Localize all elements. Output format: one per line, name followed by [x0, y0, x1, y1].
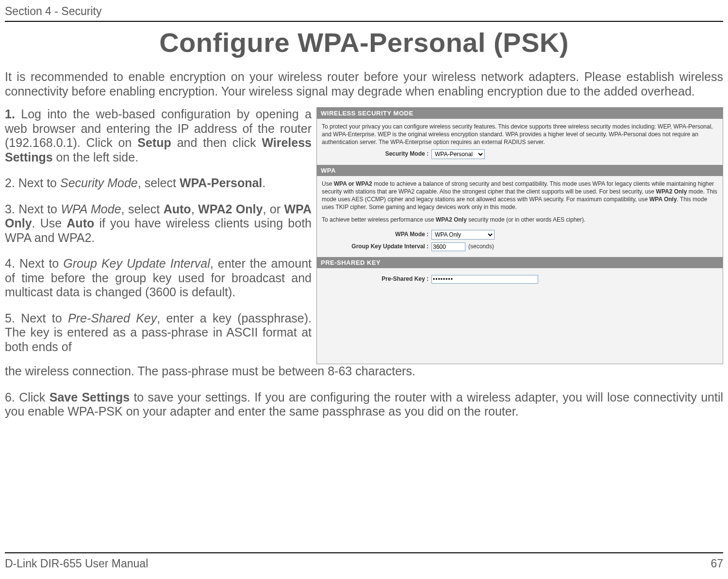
- step-5-psk: Pre-Shared Key: [68, 311, 157, 325]
- wpa-desc2: To achieve better wireless performance u…: [322, 216, 718, 224]
- step-3-auto: Auto: [164, 202, 191, 216]
- step-4-gkui: Group Key Update Interval: [63, 257, 210, 270]
- steps-column: 1. Log into the web-based configuration …: [5, 107, 312, 364]
- step-3-wpa-mode: WPA Mode: [61, 202, 121, 216]
- step-3-wpa2only: WPA2 Only: [198, 202, 263, 216]
- step-6: 6. Click Save Settings to save your sett…: [5, 390, 723, 419]
- step-2-wpa-personal: WPA-Personal: [180, 176, 262, 190]
- router-screenshot: WIRELESS SECURITY MODE To protect your p…: [316, 107, 723, 364]
- step-3-text-g: , or: [263, 202, 284, 216]
- footer-manual: D-Link DIR-655 User Manual: [5, 557, 148, 570]
- step-3-text-a: 3. Next to: [5, 202, 61, 216]
- wpa-mode-label: WPA Mode :: [322, 230, 431, 238]
- step-1-setup: Setup: [137, 136, 171, 149]
- step-1-text-e: on the left side.: [53, 150, 139, 164]
- security-mode-select[interactable]: WPA-Personal: [431, 149, 485, 159]
- header-rule: [5, 21, 723, 22]
- step-2-text-c: , select: [138, 176, 180, 190]
- step-3: 3. Next to WPA Mode, select Auto, WPA2 O…: [5, 202, 312, 245]
- step-3-text-c: , select: [121, 202, 164, 216]
- step-6-save-settings: Save Settings: [50, 390, 130, 404]
- intro-paragraph: It is recommended to enable encryption o…: [5, 70, 723, 98]
- wpa-mode-select[interactable]: WPA Only: [431, 230, 495, 240]
- wsm-header: WIRELESS SECURITY MODE: [317, 108, 723, 119]
- footer-page-number: 67: [711, 557, 723, 570]
- step-3-text-i: . Use: [32, 216, 67, 230]
- footer-rule: [5, 552, 723, 553]
- step-3-text-e: ,: [191, 202, 198, 216]
- step-5-text-a: 5. Next to: [5, 311, 68, 325]
- gkui-label: Group Key Update Interval :: [322, 242, 431, 250]
- wpa-desc: Use WPA or WPA2 mode to achieve a balanc…: [322, 180, 718, 211]
- step-2-security-mode: Security Mode: [60, 176, 138, 190]
- wsm-body: To protect your privacy you can configur…: [317, 119, 723, 165]
- step-2-text-e: .: [262, 176, 265, 190]
- step-1: 1. Log into the web-based configuration …: [5, 107, 312, 164]
- psk-header: PRE-SHARED KEY: [317, 257, 723, 268]
- gkui-input[interactable]: [431, 242, 465, 251]
- step-4: 4. Next to Group Key Update Interval, en…: [5, 257, 312, 300]
- section-header: Section 4 - Security: [5, 5, 723, 21]
- security-mode-label: Security Mode :: [322, 150, 431, 158]
- step-2: 2. Next to Security Mode, select WPA-Per…: [5, 176, 312, 191]
- wsm-desc: To protect your privacy you can configur…: [322, 123, 718, 146]
- step-5-continued: the wireless connection. The pass-phrase…: [5, 364, 723, 379]
- gkui-unit: (seconds): [468, 242, 494, 250]
- psk-body: Pre-Shared Key :: [317, 268, 723, 290]
- step-1-text-c: and then click: [171, 136, 262, 149]
- step-3-auto2: Auto: [66, 216, 94, 230]
- psk-input[interactable]: [431, 275, 538, 284]
- step-5-partial: 5. Next to Pre-Shared Key, enter a key (…: [5, 311, 312, 354]
- wpa-header: WPA: [317, 165, 723, 176]
- page-title: Configure WPA-Personal (PSK): [5, 27, 723, 58]
- step-2-text-a: 2. Next to: [5, 176, 60, 190]
- step-4-text-a: 4. Next to: [5, 257, 63, 270]
- psk-label: Pre-Shared Key :: [322, 275, 431, 283]
- wpa-body: Use WPA or WPA2 mode to achieve a balanc…: [317, 176, 723, 257]
- step-6-text-a: 6. Click: [5, 390, 50, 404]
- step-1-number: 1.: [5, 107, 15, 121]
